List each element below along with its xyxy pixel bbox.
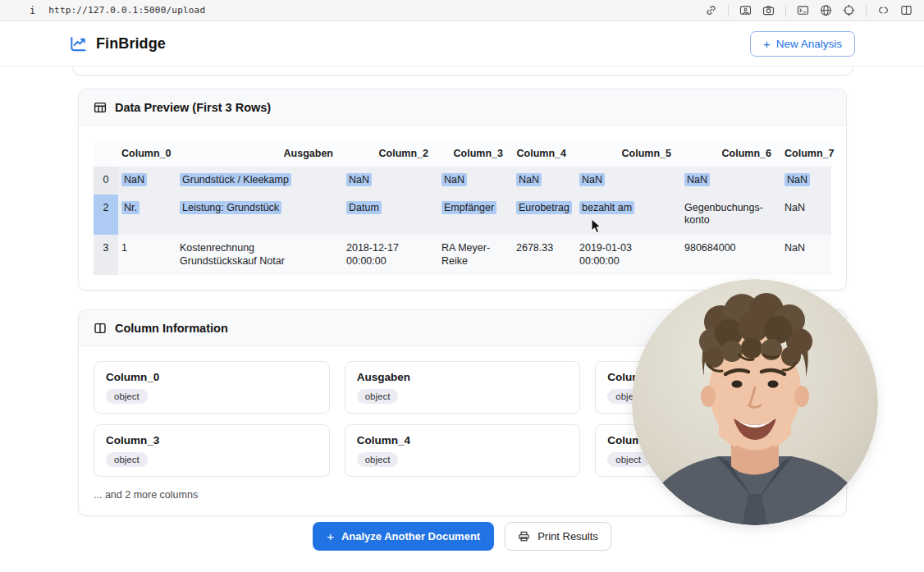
table-cell: NaN	[343, 167, 438, 194]
column-header: Column_5	[576, 140, 681, 167]
analyze-another-button[interactable]: + Analyze Another Document	[313, 522, 494, 551]
column-info-title: Column Information	[115, 322, 228, 335]
table-cell: Leistung: Grundstück	[176, 194, 343, 235]
column-card: Ausgabenobject	[345, 361, 581, 414]
globe-icon[interactable]	[820, 4, 832, 16]
selected-text: NaN	[579, 173, 605, 186]
terminal-icon[interactable]	[797, 4, 809, 16]
new-analysis-label: New Analysis	[776, 38, 842, 50]
print-results-button[interactable]: Print Results	[505, 522, 611, 551]
selected-text: Eurobetrag	[516, 201, 572, 214]
column-card-name: Column_4	[357, 434, 569, 446]
table-row: 0NaNGrundstück / KleekampNaNNaNNaNNaNNaN…	[94, 167, 831, 194]
page: i http://127.0.0.1:5000/upload FinBridge	[0, 0, 924, 572]
plus-icon: +	[763, 38, 771, 50]
column-header: Column_3	[438, 140, 513, 167]
plus-icon: +	[327, 530, 334, 542]
toolbar-divider	[866, 5, 867, 16]
webcam-overlay[interactable]	[632, 279, 878, 525]
row-index: 2	[94, 194, 118, 235]
column-type-badge: object	[357, 389, 399, 404]
table-cell: Eurobetrag	[513, 194, 576, 235]
toolbar-divider	[785, 5, 786, 16]
new-analysis-button[interactable]: + New Analysis	[750, 31, 855, 57]
preview-table-body: 0NaNGrundstück / KleekampNaNNaNNaNNaNNaN…	[94, 167, 831, 275]
webcam-portrait	[632, 279, 878, 525]
brand: FinBridge	[69, 34, 166, 53]
data-preview-body: Column_0AusgabenColumn_2Column_3Column_4…	[79, 126, 846, 290]
browser-chrome-bar: i http://127.0.0.1:5000/upload	[0, 0, 924, 21]
selected-text: NaN	[516, 173, 542, 186]
chart-logo-icon	[69, 34, 88, 53]
column-card-name: Ausgaben	[357, 371, 569, 383]
table-cell: 2678.33	[513, 235, 576, 275]
selected-text: bezahlt am	[579, 201, 634, 214]
table-cell: NaN	[576, 167, 681, 194]
selected-text: NaN	[121, 173, 147, 186]
selected-text: Grundstück / Kleekamp	[180, 173, 291, 186]
table-cell: 2019-01-03 00:00:00	[576, 235, 681, 275]
table-cell: NaN	[781, 194, 831, 235]
chrome-toolbar	[705, 4, 913, 16]
broken-link-icon[interactable]	[877, 4, 890, 16]
table-cell: NaN	[513, 167, 576, 194]
row-index: 3	[94, 235, 118, 275]
table-cell: NaN	[681, 167, 781, 194]
printer-icon	[518, 530, 530, 542]
index-column-header	[94, 140, 118, 167]
selected-text: NaN	[684, 173, 710, 186]
preview-table: Column_0AusgabenColumn_2Column_3Column_4…	[94, 140, 831, 275]
info-icon: i	[30, 5, 35, 16]
table-cell: NaN	[118, 167, 176, 194]
footer-actions: + Analyze Another Document Print Results	[0, 522, 924, 551]
table-cell: NaN	[781, 235, 831, 275]
column-card: Column_3object	[94, 424, 330, 477]
table-row: 2Nr.Leistung: GrundstückDatumEmpfängerEu…	[94, 194, 831, 235]
table-cell: Datum	[343, 194, 438, 235]
column-header: Column_7	[781, 140, 831, 167]
analyze-another-label: Analyze Another Document	[341, 530, 480, 542]
table-cell: Kostenrechnung Grundstückskauf Notar	[176, 235, 343, 275]
column-card-name: Column_0	[106, 371, 318, 383]
table-cell: bezahlt am	[576, 194, 681, 235]
row-index: 0	[94, 167, 118, 194]
table-cell: NaN	[438, 167, 513, 194]
selected-text: Nr.	[121, 201, 140, 214]
screenshot-icon[interactable]	[739, 4, 752, 16]
toolbar-divider	[728, 5, 729, 16]
column-type-badge: object	[106, 389, 148, 404]
camera-icon[interactable]	[762, 4, 775, 16]
link-icon[interactable]	[705, 4, 717, 16]
table-cell: Nr.	[118, 194, 176, 235]
partial-card-edge	[72, 66, 853, 76]
data-preview-card: Data Preview (First 3 Rows) Column_0Ausg…	[78, 89, 847, 291]
print-results-label: Print Results	[537, 530, 598, 542]
column-type-badge: object	[106, 452, 148, 467]
selected-text: NaN	[441, 173, 467, 186]
table-row: 31Kostenrechnung Grundstückskauf Notar20…	[94, 235, 831, 275]
table-cell: Grundstück / Kleekamp	[176, 167, 343, 194]
column-header: Column_0	[118, 140, 176, 167]
crosshair-icon[interactable]	[843, 4, 855, 16]
selected-text: Leistung: Grundstück	[180, 201, 281, 214]
columns-icon	[94, 322, 107, 335]
selected-text: Empfänger	[441, 201, 496, 214]
split-view-icon[interactable]	[900, 4, 913, 16]
table-cell: RA Meyer-Reike	[438, 235, 513, 275]
column-card-name: Column_3	[106, 434, 318, 446]
table-cell: Empfänger	[438, 194, 513, 235]
url-text: http://127.0.0.1:5000/upload	[48, 5, 205, 16]
brand-name: FinBridge	[96, 35, 166, 53]
column-type-badge: object	[357, 452, 399, 467]
selected-text: NaN	[784, 173, 810, 186]
table-cell: Gegenbuchungs-konto	[681, 194, 781, 235]
table-cell: 2018-12-17 00:00:00	[343, 235, 438, 275]
table-cell: NaN	[781, 167, 831, 194]
column-card: Column_4object	[345, 424, 581, 477]
preview-table-head: Column_0AusgabenColumn_2Column_3Column_4…	[94, 140, 831, 167]
selected-text: NaN	[346, 173, 372, 186]
column-card: Column_0object	[94, 361, 330, 414]
selected-text: Datum	[346, 201, 382, 214]
table-cell: 1	[118, 235, 176, 275]
table-icon	[94, 101, 107, 114]
